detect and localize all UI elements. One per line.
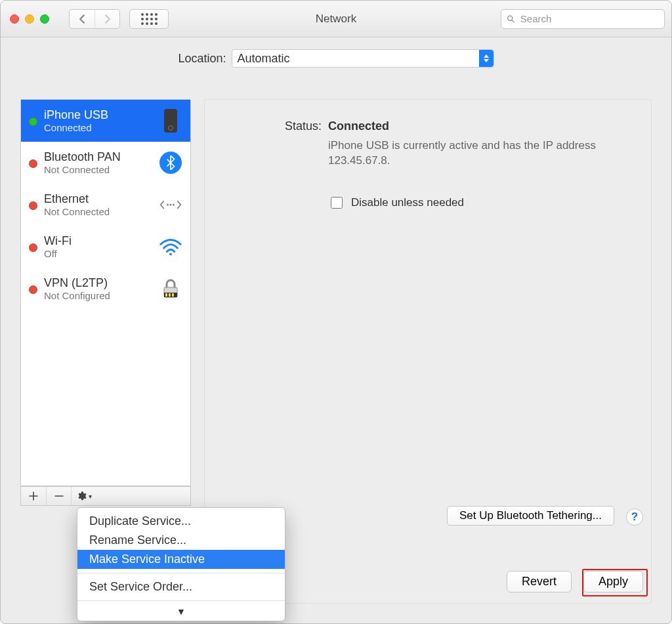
status-dot (29, 201, 37, 210)
svg-point-3 (169, 203, 171, 205)
location-value: Automatic (238, 52, 290, 66)
status-dot (29, 159, 37, 168)
service-status: Not Connected (44, 164, 121, 175)
advanced-button[interactable]: Set Up Bluetooth Tethering... (447, 506, 614, 526)
services-sidebar: iPhone USB Connected Bluetooth PAN Not C… (20, 99, 191, 486)
svg-point-4 (173, 203, 175, 205)
svg-point-2 (167, 203, 169, 205)
svg-rect-9 (169, 293, 171, 297)
disable-unless-needed-row: Disable unless needed (328, 195, 631, 211)
search-icon (507, 14, 515, 24)
chevron-down-icon: ▾ (89, 493, 92, 500)
sidebar-footer: ▾ (20, 486, 191, 506)
service-status: Not Connected (44, 206, 110, 217)
disable-unless-needed-label: Disable unless needed (351, 196, 464, 209)
remove-service-button[interactable] (46, 487, 71, 505)
status-dot (29, 285, 37, 294)
status-dot (29, 243, 37, 252)
bottom-buttons: Revert Apply (507, 571, 643, 593)
service-vpn[interactable]: VPN (L2TP) Not Configured (21, 268, 190, 310)
service-actions-button[interactable]: ▾ (71, 487, 96, 505)
menu-make-service-inactive[interactable]: Make Service Inactive (77, 550, 285, 569)
forward-button[interactable] (94, 10, 119, 28)
lock-icon (159, 278, 182, 299)
service-bluetooth-pan[interactable]: Bluetooth PAN Not Connected (21, 142, 190, 184)
service-name: iPhone USB (44, 108, 108, 122)
grid-icon (141, 13, 158, 25)
status-dot (29, 117, 37, 126)
service-wifi[interactable]: Wi-Fi Off (21, 226, 190, 268)
bluetooth-icon (159, 152, 182, 174)
svg-point-5 (169, 253, 172, 255)
help-button[interactable]: ? (626, 509, 643, 526)
zoom-window[interactable] (40, 14, 49, 24)
status-value: Connected (328, 119, 631, 133)
revert-button[interactable]: Revert (507, 571, 572, 593)
titlebar: Network (1, 1, 671, 37)
location-row: Location: Automatic (1, 37, 671, 78)
disable-unless-needed-checkbox[interactable] (331, 197, 343, 209)
svg-rect-10 (172, 293, 174, 297)
close-window[interactable] (10, 14, 19, 24)
service-name: Wi-Fi (44, 234, 72, 248)
gear-icon (76, 491, 87, 501)
menu-set-service-order[interactable]: Set Service Order... (77, 577, 285, 596)
wifi-icon (159, 238, 182, 256)
network-prefs-window: Network Location: Automatic iPhone USB C… (0, 0, 672, 624)
location-select[interactable]: Automatic (232, 49, 494, 68)
service-status: Not Configured (44, 290, 110, 301)
menu-separator (77, 600, 285, 601)
service-status: Connected (44, 122, 108, 133)
menu-more-indicator[interactable]: ▼ (77, 605, 285, 617)
service-ethernet[interactable]: Ethernet Not Connected (21, 184, 190, 226)
minimize-window[interactable] (25, 14, 34, 24)
menu-separator (77, 573, 285, 573)
location-label: Location: (178, 52, 226, 66)
search-input[interactable] (519, 12, 659, 25)
menu-duplicate-service[interactable]: Duplicate Service... (77, 512, 285, 531)
service-name: Ethernet (44, 192, 110, 206)
svg-line-1 (512, 20, 514, 22)
status-description: iPhone USB is currently active and has t… (328, 138, 604, 169)
service-name: VPN (L2TP) (44, 276, 110, 290)
status-label: Status: (224, 119, 322, 169)
apply-button[interactable]: Apply (583, 571, 643, 593)
svg-rect-8 (165, 293, 167, 297)
search-field[interactable] (501, 9, 665, 29)
ethernet-icon (159, 197, 182, 213)
menu-rename-service[interactable]: Rename Service... (77, 531, 285, 550)
service-actions-menu: Duplicate Service... Rename Service... M… (77, 507, 285, 621)
nav-segment (69, 9, 120, 29)
window-controls (10, 14, 49, 24)
back-button[interactable] (70, 10, 94, 28)
iphone-icon (159, 109, 182, 133)
service-iphone-usb[interactable]: iPhone USB Connected (21, 100, 190, 142)
show-all-button[interactable] (129, 9, 169, 29)
add-service-button[interactable] (21, 487, 46, 505)
service-status: Off (44, 248, 72, 259)
service-name: Bluetooth PAN (44, 150, 121, 164)
select-arrows-icon (479, 50, 494, 67)
